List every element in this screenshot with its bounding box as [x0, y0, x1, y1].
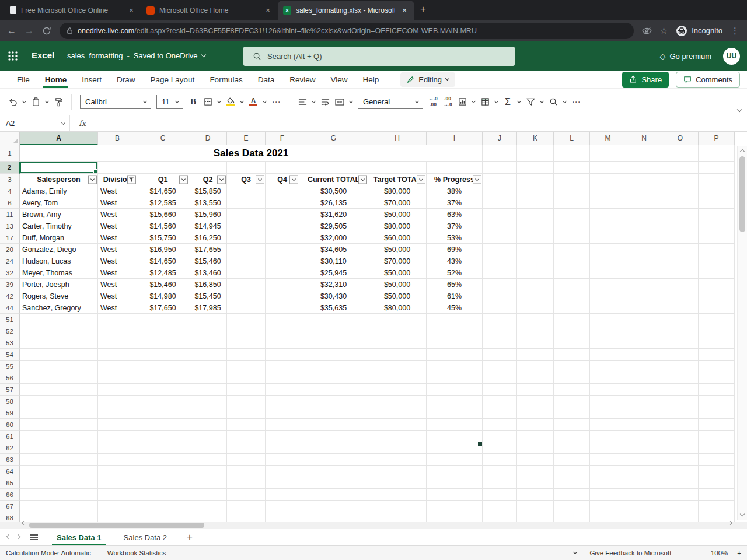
- cell[interactable]: [266, 489, 299, 501]
- undo-icon[interactable]: [8, 98, 18, 106]
- cell[interactable]: [483, 186, 517, 197]
- cell[interactable]: [554, 302, 590, 314]
- cell[interactable]: [626, 384, 662, 396]
- search-bar[interactable]: Search (Alt + Q): [243, 47, 515, 66]
- cell[interactable]: [189, 430, 227, 442]
- cell[interactable]: [299, 384, 368, 396]
- table-header-C[interactable]: Q1: [137, 174, 189, 186]
- cell[interactable]: [227, 256, 266, 267]
- cell[interactable]: [266, 279, 299, 290]
- row-header-3[interactable]: 3: [0, 174, 20, 186]
- cell[interactable]: [554, 256, 590, 267]
- cell[interactable]: [517, 314, 554, 326]
- cell[interactable]: [662, 174, 699, 186]
- cell[interactable]: [137, 372, 189, 384]
- cell[interactable]: [368, 372, 427, 384]
- cell[interactable]: [368, 384, 427, 396]
- cell[interactable]: [299, 454, 368, 466]
- cell[interactable]: 37%: [427, 220, 483, 232]
- cell[interactable]: [699, 430, 735, 442]
- cell[interactable]: [662, 314, 699, 326]
- cell[interactable]: [368, 454, 427, 466]
- cell[interactable]: [98, 360, 137, 372]
- column-header-M[interactable]: M: [590, 132, 626, 145]
- cell[interactable]: $14,945: [189, 220, 227, 232]
- cell[interactable]: [699, 220, 735, 232]
- cell[interactable]: [189, 419, 227, 430]
- cell[interactable]: [699, 337, 735, 349]
- cell[interactable]: [427, 501, 483, 512]
- cell[interactable]: $32,310: [299, 279, 368, 290]
- cell[interactable]: [483, 466, 517, 477]
- row-header-59[interactable]: 59: [0, 407, 20, 419]
- cell[interactable]: [137, 466, 189, 477]
- filter-button-C[interactable]: [179, 175, 188, 184]
- cell[interactable]: [626, 454, 662, 466]
- zoom-out-button[interactable]: —: [694, 550, 701, 556]
- cell[interactable]: $50,000: [368, 290, 427, 302]
- horizontal-scrollbar[interactable]: [0, 522, 747, 528]
- column-header-B[interactable]: B: [98, 132, 137, 145]
- cell[interactable]: [626, 174, 662, 186]
- table-header-E[interactable]: Q3: [227, 174, 266, 186]
- row-header-1[interactable]: 1: [0, 145, 20, 162]
- cell[interactable]: [299, 419, 368, 430]
- column-header-O[interactable]: O: [662, 132, 699, 145]
- cell[interactable]: [20, 314, 98, 326]
- forward-icon[interactable]: →: [25, 26, 34, 36]
- cell[interactable]: [266, 512, 299, 522]
- cell[interactable]: [626, 430, 662, 442]
- cell[interactable]: [266, 349, 299, 360]
- format-as-table-icon[interactable]: [480, 97, 490, 106]
- ribbon-tab-draw[interactable]: Draw: [109, 71, 143, 88]
- cell[interactable]: [699, 512, 735, 522]
- cell[interactable]: [590, 360, 626, 372]
- cell[interactable]: [189, 337, 227, 349]
- cell[interactable]: [662, 302, 699, 314]
- cell[interactable]: [227, 512, 266, 522]
- paste-icon[interactable]: [31, 97, 40, 107]
- cell[interactable]: 61%: [427, 290, 483, 302]
- cell[interactable]: $31,620: [299, 209, 368, 220]
- cell[interactable]: [266, 454, 299, 466]
- cell[interactable]: [590, 244, 626, 256]
- merge-cells-icon[interactable]: [335, 99, 344, 106]
- cell[interactable]: [626, 396, 662, 407]
- cell[interactable]: [368, 442, 427, 454]
- vertical-scrollbar[interactable]: [737, 146, 747, 520]
- cell[interactable]: [517, 256, 554, 267]
- cell[interactable]: [699, 267, 735, 279]
- ribbon-tab-insert[interactable]: Insert: [74, 71, 109, 88]
- cell[interactable]: [20, 384, 98, 396]
- cell[interactable]: [554, 279, 590, 290]
- cell[interactable]: [98, 162, 137, 174]
- cell[interactable]: [662, 372, 699, 384]
- cell[interactable]: [189, 372, 227, 384]
- cell[interactable]: [554, 442, 590, 454]
- cell[interactable]: [554, 186, 590, 197]
- cell[interactable]: $30,500: [299, 186, 368, 197]
- cell[interactable]: [483, 384, 517, 396]
- cell[interactable]: [266, 326, 299, 337]
- cell[interactable]: $15,850: [189, 186, 227, 197]
- cell[interactable]: [137, 477, 189, 489]
- cell[interactable]: [699, 162, 735, 174]
- cell[interactable]: [227, 396, 266, 407]
- cell[interactable]: [517, 477, 554, 489]
- font-name-select[interactable]: Calibri: [80, 94, 151, 109]
- cell[interactable]: Duff, Morgan: [20, 232, 98, 244]
- cell[interactable]: [20, 466, 98, 477]
- cell[interactable]: [483, 209, 517, 220]
- cell[interactable]: [137, 419, 189, 430]
- cell[interactable]: [590, 396, 626, 407]
- chevron-down-icon[interactable]: [563, 99, 567, 103]
- cell[interactable]: [20, 360, 98, 372]
- cell[interactable]: [517, 337, 554, 349]
- filter-button-A[interactable]: [88, 175, 97, 184]
- cell[interactable]: [98, 326, 137, 337]
- cell[interactable]: $14,980: [137, 290, 189, 302]
- cell[interactable]: [266, 290, 299, 302]
- cell[interactable]: $14,650: [137, 256, 189, 267]
- cell[interactable]: [554, 430, 590, 442]
- cell[interactable]: [483, 314, 517, 326]
